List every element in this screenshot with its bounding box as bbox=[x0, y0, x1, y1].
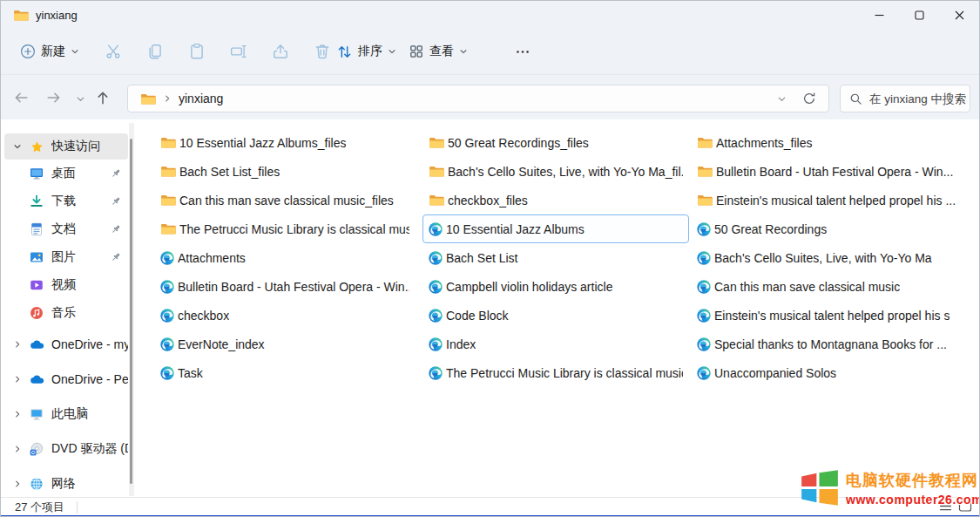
search-input[interactable] bbox=[868, 92, 974, 106]
view-toggles bbox=[938, 500, 972, 513]
file-name: Bach Set List_files bbox=[179, 165, 280, 179]
grid-view-icon bbox=[409, 44, 424, 59]
sort-button[interactable]: 排序 bbox=[333, 37, 400, 65]
sidebar-item-label: OneDrive - Pers bbox=[51, 372, 128, 386]
file-item[interactable]: Attachments_files bbox=[691, 128, 978, 157]
window-controls bbox=[859, 1, 979, 29]
chevron-right-icon bbox=[163, 94, 172, 103]
sidebar-item-onedrive-1[interactable]: OneDrive - myc bbox=[4, 327, 128, 362]
command-toolbar: 新建 排序 bbox=[1, 29, 979, 74]
refresh-icon[interactable] bbox=[802, 92, 816, 105]
file-item[interactable]: Can this man save classical music bbox=[691, 272, 978, 301]
sort-arrows-icon bbox=[336, 44, 353, 60]
sidebar-item-quick-access[interactable]: 快速访问 bbox=[4, 133, 128, 160]
folder-icon bbox=[160, 165, 176, 178]
file-name: Einstein's musical talent helped propel … bbox=[716, 194, 956, 207]
file-item[interactable]: 50 Great Recordings bbox=[691, 214, 978, 243]
delete-button[interactable] bbox=[310, 37, 335, 65]
file-item[interactable]: Task bbox=[154, 358, 416, 387]
file-column: 10 Essential Jazz Albums_filesBach Set L… bbox=[154, 128, 416, 387]
address-bar[interactable]: yinxiang bbox=[127, 85, 829, 112]
folder-icon bbox=[160, 222, 176, 235]
sidebar-item-videos[interactable]: 视频 bbox=[4, 271, 128, 299]
file-item[interactable]: Can this man save classical music_files bbox=[154, 186, 416, 214]
sidebar-item-pictures[interactable]: 图片 bbox=[4, 243, 128, 271]
chevron-right-icon bbox=[8, 480, 27, 488]
edge-icon bbox=[429, 309, 443, 323]
sidebar-item-documents[interactable]: 文档 bbox=[4, 215, 128, 243]
file-item-selected[interactable]: 10 Essential Jazz Albums bbox=[422, 214, 689, 243]
file-item[interactable]: checkbox bbox=[154, 301, 416, 330]
file-name: checkbox bbox=[178, 309, 229, 323]
file-item[interactable]: Campbell violin holidays article bbox=[422, 272, 689, 301]
document-icon bbox=[27, 222, 46, 236]
sidebar-item-label: 桌面 bbox=[51, 166, 109, 181]
file-item[interactable]: Bach's Cello Suites, Live, with Yo-Yo Ma… bbox=[422, 157, 689, 186]
share-button[interactable] bbox=[268, 37, 293, 65]
file-item[interactable]: Special thanks to Montagnana Books for .… bbox=[691, 330, 978, 358]
sidebar-item-music[interactable]: 音乐 bbox=[4, 299, 128, 327]
edge-icon bbox=[429, 366, 443, 380]
new-button[interactable]: 新建 bbox=[17, 37, 83, 65]
file-item[interactable]: checkbox_files bbox=[422, 186, 689, 214]
edge-icon bbox=[160, 309, 174, 323]
file-item[interactable]: Bach Set List bbox=[422, 243, 689, 272]
sidebar-item-downloads[interactable]: 下载 bbox=[4, 187, 128, 215]
copy-button[interactable] bbox=[143, 37, 167, 65]
file-item[interactable]: 10 Essential Jazz Albums_files bbox=[154, 128, 416, 157]
file-item[interactable]: Code Block bbox=[422, 301, 689, 330]
file-item[interactable]: The Petrucci Music Library is classical … bbox=[422, 358, 689, 387]
rename-icon bbox=[230, 43, 247, 60]
file-name: 10 Essential Jazz Albums_files bbox=[179, 136, 346, 150]
up-button[interactable] bbox=[95, 90, 111, 105]
edge-icon bbox=[429, 251, 443, 265]
maximize-icon bbox=[915, 10, 924, 20]
file-item[interactable]: 50 Great Recordings_files bbox=[422, 128, 689, 157]
file-item[interactable]: Bulletin Board - Utah Festival Opera - W… bbox=[154, 272, 416, 301]
share-icon bbox=[272, 43, 289, 60]
more-options-button[interactable] bbox=[510, 37, 535, 65]
minimize-icon bbox=[875, 10, 884, 20]
file-item[interactable]: Attachments bbox=[154, 243, 416, 272]
item-count: 27 个项目 bbox=[15, 500, 64, 515]
forward-button[interactable] bbox=[46, 90, 62, 105]
file-item[interactable]: Unaccompanied Solos bbox=[691, 358, 978, 387]
address-dropdown-icon[interactable] bbox=[777, 94, 787, 104]
thumbnail-view-icon[interactable] bbox=[958, 500, 972, 513]
maximize-button[interactable] bbox=[899, 1, 939, 29]
minimize-button[interactable] bbox=[859, 1, 899, 29]
details-view-icon[interactable] bbox=[938, 500, 953, 513]
file-item[interactable]: Bulletin Board - Utah Festival Opera - W… bbox=[691, 157, 978, 186]
file-item[interactable]: EverNote_index bbox=[154, 330, 416, 358]
chevron-right-icon bbox=[8, 340, 27, 349]
sidebar-scrollbar-thumb[interactable] bbox=[130, 139, 132, 484]
sidebar-item-dvd-drive[interactable]: DVD 驱动器 (D:) bbox=[4, 432, 128, 466]
file-item[interactable]: Einstein's musical talent helped propel … bbox=[691, 301, 978, 330]
breadcrumb-folder[interactable]: yinxiang bbox=[179, 92, 223, 105]
file-item[interactable]: Bach Set List_files bbox=[154, 157, 416, 186]
file-name: Task bbox=[178, 366, 203, 380]
file-item[interactable]: Bach's Cello Suites, Live, with Yo-Yo Ma bbox=[691, 243, 978, 272]
view-button[interactable]: 查看 bbox=[405, 37, 471, 65]
file-item[interactable]: The Petrucci Music Library is classical … bbox=[154, 214, 416, 243]
window-chrome: yinxiang 新建 bbox=[1, 1, 979, 119]
file-item[interactable]: Einstein's musical talent helped propel … bbox=[691, 186, 978, 214]
file-item[interactable]: Index bbox=[422, 330, 689, 358]
sidebar-item-network[interactable]: 网络 bbox=[4, 466, 128, 497]
chevron-down-icon bbox=[71, 47, 79, 56]
paste-button[interactable] bbox=[185, 37, 209, 65]
cut-button[interactable] bbox=[101, 37, 125, 65]
sidebar-item-label: OneDrive - myc bbox=[51, 337, 128, 351]
sidebar-item-this-pc[interactable]: 此电脑 bbox=[4, 397, 128, 432]
pin-icon bbox=[109, 252, 123, 262]
breadcrumb: yinxiang bbox=[140, 92, 777, 105]
sidebar-item-desktop[interactable]: 桌面 bbox=[4, 160, 128, 187]
close-button[interactable] bbox=[939, 1, 979, 29]
search-box[interactable] bbox=[840, 85, 970, 112]
file-name: EverNote_index bbox=[178, 337, 265, 351]
sidebar-item-onedrive-2[interactable]: OneDrive - Pers bbox=[4, 362, 128, 397]
recent-locations-button[interactable] bbox=[76, 94, 85, 104]
back-button[interactable] bbox=[13, 90, 29, 105]
rename-button[interactable] bbox=[226, 37, 251, 65]
file-list: 10 Essential Jazz Albums_filesBach Set L… bbox=[140, 119, 980, 497]
